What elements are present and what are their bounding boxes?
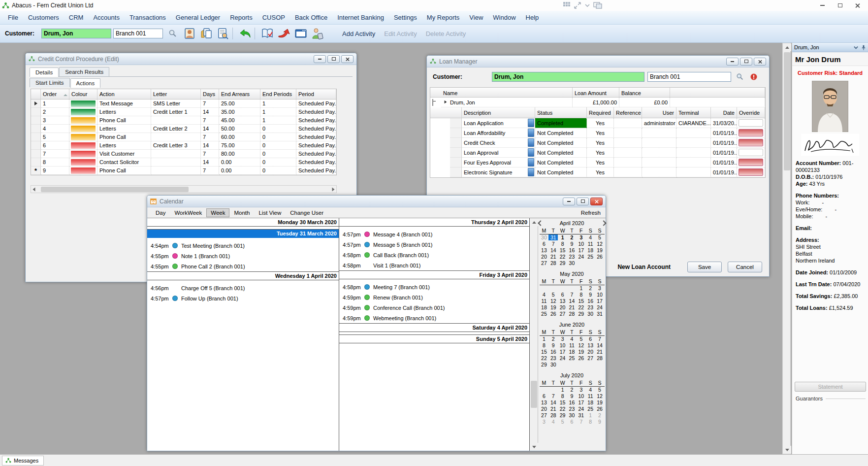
mini-calendar-day[interactable]: 17 xyxy=(595,298,605,304)
lm-cell-reference[interactable] xyxy=(614,118,642,128)
mini-calendar-day[interactable]: 11 xyxy=(567,342,577,348)
cc-cell-end-arrears[interactable]: 0.00 xyxy=(219,166,260,175)
menu-customers[interactable]: Customers xyxy=(23,12,64,23)
subtab-start-limits[interactable]: Start Limits xyxy=(30,78,70,87)
mini-calendar-day[interactable]: 10 xyxy=(595,291,605,298)
lm-cell-user[interactable] xyxy=(642,167,676,177)
lm-cell-date[interactable]: 01/01/19... xyxy=(711,167,737,177)
mini-calendar-day[interactable]: 27 xyxy=(586,355,595,361)
cc-cell-days[interactable]: 7 xyxy=(201,133,219,141)
mini-calendar-day[interactable]: 1 xyxy=(558,234,567,240)
mini-calendar-day[interactable]: 14 xyxy=(595,342,605,348)
lm-cell-reference[interactable] xyxy=(614,138,642,148)
cc-cell-period[interactable]: Scheduled Pay... xyxy=(296,133,336,141)
lm-cell-description[interactable]: Four Eyes Approval xyxy=(462,158,535,167)
cc-header-end-arrears[interactable]: End Arrears xyxy=(219,89,260,99)
lm-cell-terminal[interactable] xyxy=(676,148,711,158)
cc-cell-end-periods[interactable]: 0 xyxy=(260,141,296,150)
day-header[interactable]: Friday 3 April 2020 xyxy=(339,271,529,279)
mini-calendar-day[interactable]: 5 xyxy=(558,418,567,425)
event-item[interactable]: 4:58pmCall Back (Branch 001) xyxy=(339,250,529,260)
mini-calendar-day[interactable]: 24 xyxy=(558,355,567,361)
edit-step-button[interactable] xyxy=(528,119,534,127)
menu-reports[interactable]: Reports xyxy=(225,12,257,23)
cc-grid-row[interactable]: 1Text MessageSMS Letter725.001Scheduled … xyxy=(31,100,336,108)
mini-calendar-day[interactable]: 30 xyxy=(567,412,577,418)
loan-step-row[interactable]: Four Eyes ApprovalNot CompletedYes01/01/… xyxy=(430,158,765,167)
cc-cell-order[interactable]: 4 xyxy=(41,125,69,133)
cc-cell-days[interactable]: 14 xyxy=(201,158,219,166)
lm-cell-description[interactable]: Credit Check xyxy=(462,138,535,148)
lm-cell-terminal[interactable] xyxy=(676,158,711,167)
edit-step-button[interactable] xyxy=(528,148,534,157)
app-minimize-button[interactable] xyxy=(814,1,831,10)
sidebar-titlebar[interactable]: Drum, Jon xyxy=(792,43,868,52)
cc-cell-action[interactable]: Text Message xyxy=(97,100,151,108)
lm-expand-cell[interactable] xyxy=(430,98,441,107)
lm-restore-button[interactable] xyxy=(740,58,752,66)
cc-cell-colour[interactable] xyxy=(69,166,97,175)
mini-calendar-day[interactable]: 19 xyxy=(577,348,586,355)
day-cell[interactable]: Friday 3 April 20204:58pmMeeting 7 (Bran… xyxy=(339,271,529,324)
lm-cell-override[interactable] xyxy=(737,158,765,167)
mini-calendar-day[interactable]: 1 xyxy=(540,335,549,342)
menu-accounts[interactable]: Accounts xyxy=(88,12,124,23)
cc-cell-order[interactable]: 1 xyxy=(41,100,69,108)
chevron-down-icon[interactable] xyxy=(584,2,590,8)
mini-calendar-day[interactable]: 31 xyxy=(595,310,605,317)
mini-calendar-day[interactable]: 15 xyxy=(558,247,567,253)
lm-header-name[interactable]: Name xyxy=(441,88,573,97)
mini-calendar-day[interactable]: 19 xyxy=(595,399,605,405)
mini-calendar-day[interactable]: 13 xyxy=(558,298,567,304)
calendar-view-workweek[interactable]: WorkWeek xyxy=(170,208,206,217)
cc-cell-action[interactable]: Letters xyxy=(97,141,151,150)
cc-cell-letter[interactable] xyxy=(151,133,201,141)
mini-calendar-day[interactable]: 23 xyxy=(586,304,595,310)
cc-cell-end-periods[interactable]: 0 xyxy=(260,125,296,133)
mini-calendar-day[interactable]: 3 xyxy=(540,418,549,425)
cc-header-colour[interactable]: Colour xyxy=(69,89,97,99)
mini-calendar-day[interactable]: 15 xyxy=(540,348,549,355)
mini-calendar-day[interactable]: 29 xyxy=(558,412,567,418)
cc-grid-row[interactable]: 4LettersCredit Letter 21450.000Scheduled… xyxy=(31,125,336,133)
statement-button[interactable]: Statement xyxy=(795,382,866,392)
event-item[interactable]: 4:56pmCharge Off 5 (Branch 001) xyxy=(147,283,339,293)
event-item[interactable]: 4:57pmFollow Up (Branch 001) xyxy=(147,293,339,303)
search-icon[interactable] xyxy=(166,27,180,40)
event-item[interactable]: 4:57pmMessage 4 (Branch 001) xyxy=(339,229,529,239)
loan-step-row[interactable]: Loan ApplicationCompletedYesadministrato… xyxy=(430,118,765,128)
mini-calendar-day[interactable]: 2 xyxy=(567,234,577,240)
row-selector[interactable] xyxy=(450,148,462,158)
scroll-right-icon[interactable] xyxy=(332,187,335,191)
copy-documents-icon[interactable] xyxy=(199,27,213,40)
row-selector[interactable] xyxy=(31,133,41,141)
lm-cell-required[interactable]: Yes xyxy=(587,128,614,138)
lm-minimize-button[interactable] xyxy=(726,58,739,66)
cc-cell-end-periods[interactable]: 0 xyxy=(260,158,296,166)
monitor-icon[interactable] xyxy=(593,2,602,9)
cc-cell-days[interactable]: 14 xyxy=(201,125,219,133)
mini-calendar-day[interactable]: 5 xyxy=(548,291,558,298)
cc-close-button[interactable] xyxy=(341,55,354,63)
cc-cell-colour[interactable] xyxy=(69,133,97,141)
cal-minimize-button[interactable] xyxy=(563,198,575,205)
mini-calendar-day[interactable]: 15 xyxy=(577,298,586,304)
menu-file[interactable]: File xyxy=(3,12,23,23)
cc-cell-letter[interactable]: Credit Letter 2 xyxy=(151,125,201,133)
cc-cell-end-arrears[interactable]: 50.00 xyxy=(219,125,260,133)
cc-grid-row[interactable]: 3Phone Call745.001Scheduled Pay... xyxy=(31,116,336,125)
mini-calendar-day[interactable]: 30 xyxy=(548,361,558,367)
mini-calendar-day[interactable]: 4 xyxy=(567,335,577,342)
messages-tab[interactable]: Messages xyxy=(2,456,44,466)
cancel-button[interactable]: Cancel xyxy=(728,262,762,272)
lm-cell-terminal[interactable] xyxy=(676,128,711,138)
event-item[interactable]: 4:57pmMessage 5 (Branch 001) xyxy=(339,239,529,250)
lm-close-button[interactable] xyxy=(754,58,766,66)
mini-calendar-day[interactable]: 24 xyxy=(577,405,586,412)
mini-calendar-day[interactable]: 9 xyxy=(567,240,577,247)
edit-step-button[interactable] xyxy=(528,168,534,176)
cc-cell-end-arrears[interactable]: 75.00 xyxy=(219,141,260,150)
cc-cell-letter[interactable] xyxy=(151,116,201,125)
pin-icon[interactable] xyxy=(861,45,866,50)
mini-calendar-day[interactable]: 28 xyxy=(567,310,577,317)
